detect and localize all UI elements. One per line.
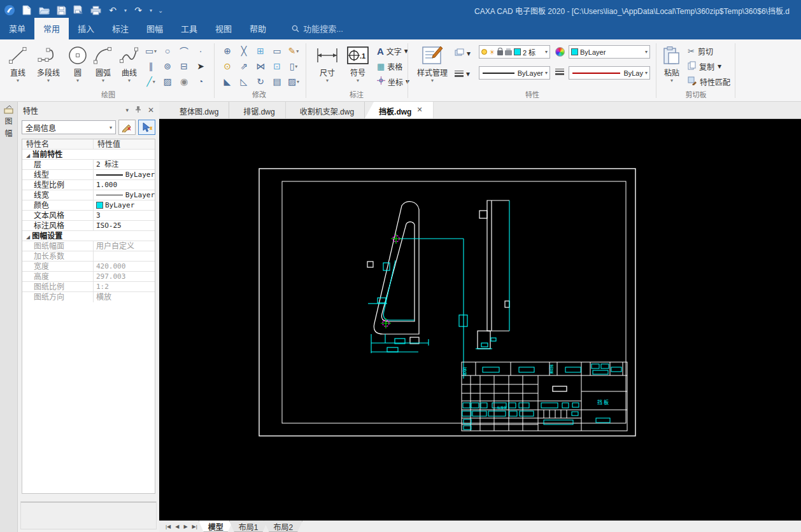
table-header: 特性名 特性值 [22, 139, 155, 150]
side-view [478, 200, 509, 349]
prop-row-lineweight[interactable]: 线宽 ByLayer [22, 190, 155, 200]
layer-name: 2 标 [523, 47, 535, 57]
cut-button[interactable]: ✂ 剪切 [688, 45, 713, 57]
linetype-sample [96, 174, 123, 176]
prop-row-linetype-scale[interactable]: 线型比例1.000 [22, 180, 155, 190]
prop-row-dim-style[interactable]: 标注风格ISO-25 [22, 221, 155, 231]
open-file-button[interactable] [38, 4, 50, 16]
tab-layout1[interactable]: 布局1 [229, 521, 268, 532]
pin-icon[interactable] [135, 106, 141, 115]
axis-line-icon[interactable]: ╱▾ [143, 74, 159, 89]
scope-selector[interactable]: 全局信息 ▾ [22, 120, 116, 134]
match-properties-button[interactable]: 特性匹配 [688, 75, 730, 88]
chamfer-icon[interactable]: ◺ [236, 74, 252, 89]
rotate-ref-icon[interactable]: ⊙ [219, 59, 236, 74]
part-name-label: 挡板 [597, 399, 610, 405]
menu-item-tools[interactable]: 工具 [172, 18, 206, 39]
rectangle-icon[interactable]: ▭▾ [143, 43, 159, 59]
scale-icon[interactable]: ◣ [219, 74, 236, 89]
menu-item-menu[interactable]: 菜单 [0, 18, 34, 39]
save-button[interactable] [55, 4, 67, 16]
move-icon[interactable]: ⊕ [219, 43, 236, 59]
prop-row-linetype[interactable]: 线型 ByLayer [22, 170, 155, 180]
tab-layout2[interactable]: 布局2 [264, 521, 302, 532]
next-tab-icon[interactable]: ▶ [183, 524, 187, 529]
group-current-properties[interactable]: ◢当前特性 [22, 150, 155, 160]
edit-icon[interactable]: ✎▾ [285, 43, 302, 59]
function-search[interactable]: 功能搜索... [275, 18, 350, 39]
undo-dropdown-caret[interactable]: ▾ [124, 8, 127, 13]
last-tab-icon[interactable]: ▶| [192, 524, 197, 529]
doc-tab[interactable]: 整体图.dwg [166, 102, 229, 118]
lineweight-icon[interactable] [555, 69, 564, 75]
layer-tool-button[interactable]: ▾ [455, 47, 471, 60]
color-combo[interactable]: ByLayer ▾ [569, 45, 650, 59]
print-button[interactable] [90, 4, 101, 16]
3d-rotate-icon[interactable]: ▤ [269, 74, 285, 89]
copy-button[interactable]: 复制▾ [688, 60, 721, 73]
drawing-canvas[interactable]: 序号 质量 标准化 挡板 [159, 119, 801, 521]
linetype-tool-button[interactable]: ▾ [455, 67, 470, 80]
close-panel-icon[interactable]: ✕ [148, 106, 154, 115]
menu-item-help[interactable]: 帮助 [241, 18, 275, 39]
array-icon[interactable]: ⊞ [252, 43, 269, 59]
redo-button[interactable]: ↷ [132, 4, 144, 16]
layer-combo[interactable]: ☀ 2 标 ▾ [479, 45, 550, 59]
lineweight-combo[interactable]: ByLay ▾ [569, 66, 650, 80]
center-rect-icon[interactable]: ⊚ [159, 59, 176, 74]
menu-item-insert[interactable]: 插入 [69, 18, 103, 39]
prop-row-color[interactable]: 颜色 ByLayer [22, 200, 155, 211]
menu-item-sheet[interactable]: 图幅 [138, 18, 172, 39]
clear-edit-button[interactable]: × [118, 120, 136, 135]
parallel-line-icon[interactable]: ∥ [143, 59, 159, 74]
color-wheel-icon[interactable] [555, 47, 565, 57]
redo-dropdown-caret[interactable]: ▾ [150, 8, 152, 13]
first-tab-icon[interactable]: |◀ [166, 524, 171, 529]
style-manager-icon [422, 42, 443, 69]
menu-item-view[interactable]: 视图 [206, 18, 241, 39]
new-file-button[interactable] [21, 4, 32, 16]
close-tab-icon[interactable]: ✕ [416, 106, 422, 118]
mirror-icon[interactable]: ⋈ [252, 59, 269, 74]
tab-model[interactable]: 模型 [199, 521, 233, 532]
coordinate-button[interactable]: 坐标▾ [377, 75, 409, 88]
formula-curve-icon[interactable]: ⌒ [176, 43, 192, 59]
panel-bottom-area [20, 501, 157, 529]
copy-object-icon[interactable]: ▭ [269, 43, 285, 59]
doc-tab[interactable]: 收割机支架.dwg [286, 102, 365, 118]
text-button[interactable]: A 文字▾ [377, 45, 408, 57]
trim-icon[interactable]: ╳ [236, 43, 252, 59]
ribbon: 直线▾ 多段线▾ 圆▾ 圆弧▾ 曲线▾ ▭▾ ○ ⌒ · ∥ ⊚ ⊟ ➤ ╱▾ … [0, 39, 801, 102]
sheet-panel-tab[interactable]: 图 幅 [0, 102, 17, 138]
group-sheet-settings[interactable]: ◢图幅设置 [22, 231, 155, 241]
stretch-icon[interactable]: ▯▾ [285, 59, 302, 74]
pick-object-button[interactable] [138, 120, 155, 135]
pie-icon[interactable]: ◔ [192, 74, 209, 89]
prev-tab-icon[interactable]: ◀ [175, 524, 179, 529]
prop-row-height: 高度297.003 [22, 272, 155, 282]
doc-tab-active[interactable]: 挡板.dwg ✕ [365, 102, 434, 118]
panel-menu-caret-icon[interactable]: ▾ [125, 107, 129, 113]
table-button[interactable]: ▦ 表格 [377, 60, 402, 73]
point-icon[interactable]: · [192, 43, 209, 59]
region-icon[interactable]: ▨▾ [285, 74, 302, 89]
doc-tab[interactable]: 排锯.dwg [229, 102, 285, 118]
rotate-icon[interactable]: ↻ [252, 74, 269, 89]
layer-tool-icon [455, 48, 464, 59]
arrow-icon[interactable]: ➤ [192, 59, 209, 74]
break-icon[interactable]: ⊡ [269, 59, 285, 74]
menu-item-annotate[interactable]: 标注 [103, 18, 138, 39]
linetype-combo[interactable]: ByLayer ▾ [479, 66, 550, 80]
qat-customize-caret[interactable]: ⌄ [158, 7, 163, 14]
bolt-icon[interactable]: ⊟ [176, 59, 192, 74]
gear-icon[interactable]: ◉ [176, 74, 192, 89]
ellipse-icon[interactable]: ○ [159, 43, 176, 59]
lineweight-sample [96, 195, 123, 195]
save-all-button[interactable] [73, 4, 84, 16]
undo-button[interactable]: ↶ [107, 4, 118, 16]
extend-icon[interactable]: ⇗ [236, 59, 252, 74]
hatch-icon[interactable]: ▨ [159, 74, 176, 89]
prop-row-layer[interactable]: 层2 标注 [22, 160, 155, 170]
prop-row-text-style[interactable]: 文本风格3 [22, 211, 155, 221]
menu-item-home[interactable]: 常用 [34, 18, 69, 39]
